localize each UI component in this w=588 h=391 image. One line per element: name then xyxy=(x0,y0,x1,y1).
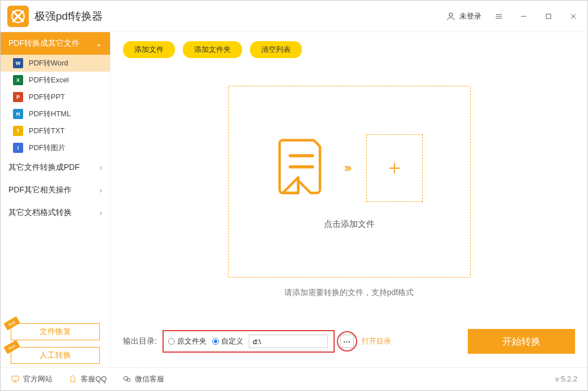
word-icon: W xyxy=(13,58,23,68)
category-other-to-pdf[interactable]: 其它文件转换成PDF› xyxy=(1,156,110,179)
chevron-right-icon: › xyxy=(99,163,102,172)
hot-badge: Hot xyxy=(3,340,20,354)
svg-point-1 xyxy=(449,13,453,16)
chevron-right-icon: › xyxy=(99,186,102,195)
sidebar: PDF转换成其它文件 ⌄ WPDF转Word XPDF转Excel PPDF转P… xyxy=(1,32,111,367)
chevron-down-icon: ⌄ xyxy=(95,39,102,48)
titlebar: 极强pdf转换器 未登录 xyxy=(1,1,587,32)
close-button[interactable] xyxy=(566,9,581,24)
sidebar-item-pdf-to-word[interactable]: WPDF转Word xyxy=(1,55,110,72)
output-path-input[interactable] xyxy=(249,335,328,348)
category-pdf-ops[interactable]: PDF其它相关操作› xyxy=(1,179,110,201)
wechat-icon xyxy=(122,375,131,384)
drop-box[interactable]: ››› 点击添加文件 xyxy=(228,86,471,278)
login-button[interactable]: 未登录 xyxy=(446,11,481,21)
drop-text: 点击添加文件 xyxy=(324,219,375,230)
footer: 官方网站 客服QQ 微信客服 v 5.2.2 xyxy=(1,367,587,390)
svg-rect-2 xyxy=(546,14,551,19)
ppt-icon: P xyxy=(13,92,23,102)
txt-icon: T xyxy=(13,126,23,136)
image-icon: I xyxy=(13,143,23,153)
plus-icon xyxy=(385,159,403,177)
minimize-icon xyxy=(519,12,528,21)
chevron-right-icon: › xyxy=(99,208,102,217)
official-site-link[interactable]: 官方网站 xyxy=(11,374,52,384)
manual-convert-button[interactable]: Hot人工转换 xyxy=(11,347,100,364)
svg-point-6 xyxy=(71,376,75,382)
arrows-icon: ››› xyxy=(344,161,350,175)
excel-icon: X xyxy=(13,75,23,85)
qq-support-link[interactable]: 客服QQ xyxy=(68,374,107,384)
add-folder-button[interactable]: 添加文件夹 xyxy=(183,41,242,58)
sidebar-item-pdf-to-ppt[interactable]: PPDF转PPT xyxy=(1,89,110,106)
category-pdf-to-other[interactable]: PDF转换成其它文件 ⌄ xyxy=(1,32,110,55)
maximize-icon xyxy=(544,12,553,21)
app-logo xyxy=(7,6,29,27)
add-file-button[interactable]: 添加文件 xyxy=(123,41,175,58)
category-other-formats[interactable]: 其它文档格式转换› xyxy=(1,201,110,224)
plus-box xyxy=(366,134,423,202)
output-label: 输出目录: xyxy=(123,336,157,346)
sidebar-item-pdf-to-txt[interactable]: TPDF转TXT xyxy=(1,122,110,139)
close-icon xyxy=(569,12,578,21)
radio-dot-icon xyxy=(168,338,175,345)
monitor-icon xyxy=(11,375,20,384)
clear-list-button[interactable]: 清空列表 xyxy=(250,41,302,58)
sidebar-item-pdf-to-html[interactable]: HPDF转HTML xyxy=(1,106,110,122)
maximize-button[interactable] xyxy=(541,9,556,24)
output-row: 输出目录: 原文件夹 自定义 ⋯ 打开目录 开始转换 xyxy=(111,317,587,367)
start-convert-button[interactable]: 开始转换 xyxy=(468,329,575,354)
menu-button[interactable] xyxy=(492,9,506,24)
sidebar-item-pdf-to-image[interactable]: IPDF转图片 xyxy=(1,139,110,156)
version-text: v 5.2.2 xyxy=(555,375,577,383)
illustration: ››› xyxy=(275,134,423,202)
browse-button[interactable]: ⋯ xyxy=(340,335,354,348)
radio-dot-icon xyxy=(212,338,219,345)
output-radio-group-highlight: 原文件夹 自定义 xyxy=(163,330,335,353)
sidebar-item-pdf-to-excel[interactable]: XPDF转Excel xyxy=(1,72,110,89)
radio-custom-folder[interactable]: 自定义 xyxy=(212,336,243,346)
minimize-button[interactable] xyxy=(516,9,531,24)
svg-rect-5 xyxy=(12,376,19,380)
file-recovery-button[interactable]: Hot文件恢复 xyxy=(11,323,100,340)
hint-text: 请添加需要转换的文件，支持pdf格式 xyxy=(284,288,414,298)
toolbar: 添加文件 添加文件夹 清空列表 xyxy=(111,32,587,67)
wechat-support-link[interactable]: 微信客服 xyxy=(122,374,164,384)
drop-area: ››› 点击添加文件 请添加需要转换的文件，支持pdf格式 xyxy=(111,67,587,317)
open-directory-link[interactable]: 打开目录 xyxy=(362,336,391,346)
html-icon: H xyxy=(13,109,23,119)
menu-icon xyxy=(494,12,503,21)
qq-icon xyxy=(68,375,77,384)
radio-original-folder[interactable]: 原文件夹 xyxy=(168,336,207,346)
document-icon xyxy=(275,137,327,199)
app-title: 极强pdf转换器 xyxy=(34,9,103,24)
user-icon xyxy=(446,11,456,21)
content-area: 添加文件 添加文件夹 清空列表 ››› 点击添加文 xyxy=(111,32,587,367)
